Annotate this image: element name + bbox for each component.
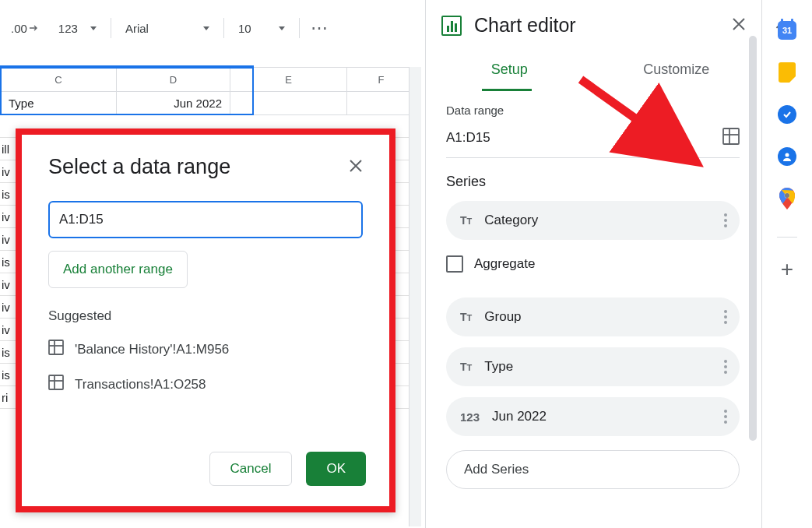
close-dialog-button[interactable] <box>349 159 363 176</box>
chip-label: Group <box>484 309 521 325</box>
add-another-range-button[interactable]: Add another range <box>48 251 188 288</box>
format-dropdown[interactable]: 123 <box>51 19 104 38</box>
add-series-button[interactable]: Add Series <box>446 450 740 489</box>
svg-rect-3 <box>49 375 63 389</box>
svg-rect-6 <box>723 128 739 144</box>
svg-rect-0 <box>49 340 63 354</box>
fontsize-label: 10 <box>238 22 251 35</box>
chart-editor-title: Chart editor <box>474 14 576 37</box>
dialog-title: Select a data range <box>48 155 230 179</box>
series-chip-category[interactable]: TT Category <box>446 201 740 240</box>
grid-icon <box>48 340 64 359</box>
grid-icon <box>48 375 64 394</box>
fontsize-dropdown[interactable]: 10 <box>230 19 293 38</box>
grid-icon <box>722 128 740 145</box>
keep-icon <box>779 62 796 83</box>
suggestion-label: 'Balance History'!A1:M956 <box>75 342 229 357</box>
selection-edge <box>0 65 254 67</box>
cell-f[interactable] <box>347 92 416 114</box>
more-button[interactable]: ⋯ <box>306 15 334 41</box>
format-label: 123 <box>58 22 78 35</box>
chip-menu-button[interactable] <box>724 310 727 324</box>
calendar-icon: 31 <box>778 21 796 40</box>
keep-app-button[interactable] <box>777 62 797 83</box>
scrollbar-thumb[interactable] <box>749 36 757 441</box>
header-row[interactable]: Type Jun 2022 <box>0 92 420 115</box>
tasks-app-button[interactable] <box>777 104 797 125</box>
chip-menu-button[interactable] <box>724 410 727 424</box>
data-range-value[interactable]: A1:D15 <box>446 130 490 146</box>
suggestion-item[interactable]: 'Balance History'!A1:M956 <box>48 340 363 359</box>
divider <box>111 18 111 38</box>
close-editor-button[interactable] <box>732 17 746 34</box>
chart-icon <box>441 16 462 36</box>
text-type-icon: TT <box>460 311 472 323</box>
contacts-app-button[interactable] <box>777 146 797 167</box>
aggregate-label: Aggregate <box>474 256 535 272</box>
select-data-range-button[interactable] <box>722 128 740 148</box>
side-panel-rail: 31 + <box>761 0 812 528</box>
editor-tabs: Setup Customize <box>426 51 760 89</box>
cell-e[interactable] <box>230 92 347 114</box>
close-icon <box>349 159 363 173</box>
arrow-right-icon <box>29 24 40 32</box>
text-type-icon: TT <box>460 361 472 373</box>
column-headers: C D E F <box>0 67 420 92</box>
series-chip-jun2022[interactable]: 123 Jun 2022 <box>446 397 740 436</box>
aggregate-checkbox[interactable] <box>446 255 463 273</box>
contacts-icon <box>778 147 796 166</box>
col-header-f[interactable]: F <box>347 68 416 91</box>
chip-menu-button[interactable] <box>724 360 727 374</box>
chip-menu-button[interactable] <box>724 213 727 227</box>
suggestion-item[interactable]: Transactions!A1:O258 <box>48 375 363 394</box>
font-label: Arial <box>125 22 149 35</box>
col-header-e[interactable]: E <box>230 68 347 91</box>
close-icon <box>732 17 746 31</box>
cancel-button[interactable]: Cancel <box>209 452 293 486</box>
maps-icon <box>779 188 795 209</box>
series-chip-group[interactable]: TT Group <box>446 297 740 336</box>
chevron-down-icon <box>279 26 285 30</box>
chevron-down-icon <box>90 26 97 30</box>
tasks-icon <box>778 105 796 124</box>
plus-icon: + <box>781 257 793 282</box>
chart-editor-panel: Chart editor Setup Customize Data range … <box>425 0 760 528</box>
chip-label: Category <box>484 213 538 228</box>
tab-setup[interactable]: Setup <box>426 51 593 89</box>
divider <box>299 18 300 38</box>
col-header-c[interactable]: C <box>0 68 117 91</box>
svg-point-10 <box>786 153 789 157</box>
col-header-d[interactable]: D <box>117 68 230 91</box>
add-series-label: Add Series <box>464 462 529 477</box>
data-range-input[interactable] <box>48 201 363 238</box>
editor-scrollbar[interactable] <box>749 8 757 520</box>
aggregate-row[interactable]: Aggregate <box>446 255 740 273</box>
font-dropdown[interactable]: Arial <box>118 19 217 38</box>
chip-label: Type <box>484 359 513 375</box>
cell-jun2022[interactable]: Jun 2022 <box>117 92 230 114</box>
suggested-label: Suggested <box>48 308 363 324</box>
data-range-label: Data range <box>446 104 740 117</box>
decrease-decimal-button[interactable]: .00 <box>6 19 44 38</box>
select-data-range-dialog: Select a data range Add another range Su… <box>16 128 395 512</box>
number-type-icon: 123 <box>460 410 480 424</box>
tab-customize[interactable]: Customize <box>593 51 761 89</box>
ok-button[interactable]: OK <box>306 452 366 486</box>
svg-point-12 <box>785 193 789 198</box>
series-heading: Series <box>446 174 740 190</box>
calendar-app-button[interactable]: 31 <box>777 20 797 40</box>
sheet-scrollbar[interactable] <box>409 67 421 526</box>
chevron-down-icon <box>203 26 209 30</box>
chip-label: Jun 2022 <box>492 409 547 424</box>
rail-divider <box>777 237 797 238</box>
series-chip-type[interactable]: TT Type <box>446 347 740 386</box>
add-app-button[interactable]: + <box>777 259 797 280</box>
more-icon: ⋯ <box>311 18 329 38</box>
suggestion-label: Transactions!A1:O258 <box>75 377 206 392</box>
maps-app-button[interactable] <box>777 188 797 209</box>
decimal-label: .00 <box>11 22 27 35</box>
cell-type[interactable]: Type <box>0 92 117 114</box>
text-type-icon: TT <box>460 214 472 227</box>
divider <box>223 18 224 38</box>
